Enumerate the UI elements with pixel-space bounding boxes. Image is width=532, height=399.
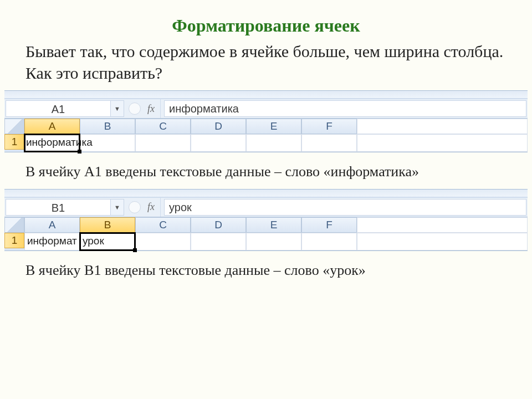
select-all-corner[interactable] [4, 217, 24, 233]
formula-bar: A1 ▼ fx информатика [4, 99, 528, 119]
name-box[interactable]: B1 [6, 199, 111, 216]
cell-f1[interactable] [301, 233, 357, 250]
cell-d1[interactable] [191, 134, 246, 152]
formula-bar: B1 ▼ fx урок [4, 197, 528, 217]
column-header-d[interactable]: D [191, 119, 246, 134]
cell-a1[interactable]: информат [24, 233, 80, 250]
cell-f1[interactable] [301, 134, 357, 152]
column-header-overflow [357, 119, 528, 134]
ribbon-sliver [4, 190, 528, 197]
column-header-a[interactable]: A [24, 119, 80, 134]
column-header-d[interactable]: D [191, 217, 246, 233]
column-header-f[interactable]: F [301, 217, 357, 233]
name-box[interactable]: A1 [6, 100, 111, 117]
cell-e1[interactable] [246, 233, 301, 250]
cell-overflow [357, 233, 528, 250]
column-header-overflow [357, 217, 528, 233]
cell-c1[interactable] [135, 134, 191, 152]
row-header-1[interactable]: 1 [4, 233, 24, 248]
caption-2: В ячейку В1 введены текстовые данные – с… [0, 251, 532, 288]
page-title: Форматирование ячеек [0, 0, 532, 36]
formula-input[interactable]: информатика [164, 100, 526, 117]
cell-e1[interactable] [246, 134, 301, 152]
column-header-f[interactable]: F [301, 119, 357, 134]
select-all-corner[interactable] [4, 119, 24, 134]
cell-d1[interactable] [191, 233, 246, 250]
column-header-e[interactable]: E [246, 119, 301, 134]
column-header-c[interactable]: C [135, 217, 191, 233]
column-header-b[interactable]: B [80, 217, 135, 233]
cell-a1[interactable]: информатика [24, 134, 80, 152]
grid: A B C D E F 1 информат урок [4, 217, 528, 250]
cell-a1-value: информат [27, 235, 77, 247]
column-header-b[interactable]: B [80, 119, 135, 134]
fx-icon[interactable]: fx [145, 99, 161, 118]
ribbon-sliver [4, 91, 528, 99]
intro-text: Бывает так, что содержимое в ячейке боль… [0, 36, 532, 90]
excel-screenshot-1: A1 ▼ fx информатика A B C D E F 1 информ… [4, 90, 528, 152]
formula-input[interactable]: урок [164, 199, 526, 216]
column-header-e[interactable]: E [246, 217, 301, 233]
cell-c1[interactable] [135, 233, 191, 250]
chevron-down-icon[interactable]: ▼ [111, 100, 124, 117]
chevron-down-icon[interactable]: ▼ [111, 199, 124, 216]
row-header-1[interactable]: 1 [4, 134, 24, 150]
fx-icon[interactable]: fx [145, 198, 161, 217]
excel-screenshot-2: B1 ▼ fx урок A B C D E F 1 информат урок [4, 189, 528, 251]
cell-overflow [357, 134, 528, 152]
cell-b1[interactable]: урок [80, 233, 135, 250]
column-header-a[interactable]: A [24, 217, 80, 233]
cell-b1-value: урок [83, 235, 104, 247]
column-header-c[interactable]: C [135, 119, 191, 134]
grid: A B C D E F 1 информатика [4, 119, 528, 152]
cell-a1-value: информатика [26, 135, 93, 150]
cancel-icon[interactable] [129, 201, 141, 213]
cancel-icon[interactable] [129, 103, 141, 115]
caption-1: В ячейку А1 введены текстовые данные – с… [0, 152, 532, 189]
